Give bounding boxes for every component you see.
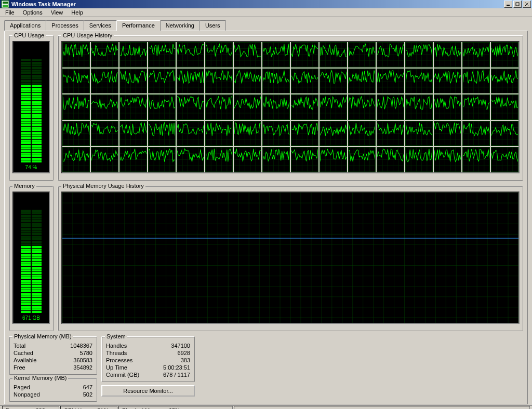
tab-users[interactable]: Users: [200, 20, 226, 31]
cpu-core-chart: [434, 147, 461, 172]
cpu-core-chart: [491, 94, 518, 120]
cpu-core-chart: [291, 147, 318, 172]
cpu-core-chart: [434, 69, 461, 94]
cpu-core-chart: [320, 94, 347, 120]
sys-threads-val: 6928: [178, 350, 190, 356]
cpu-core-chart: [262, 121, 290, 146]
cpu-core-chart: [377, 94, 404, 120]
performance-pane: CPU Usage 74 % CPU Usage History Memory …: [4, 31, 528, 404]
km-paged-val: 647: [83, 384, 92, 390]
memory-history-chart: [61, 192, 520, 324]
cpu-core-chart: [462, 121, 490, 146]
cpu-core-chart: [205, 94, 233, 120]
cpu-core-chart: [405, 121, 433, 146]
close-button[interactable]: [523, 1, 531, 8]
maximize-button[interactable]: [513, 1, 522, 8]
minimize-button[interactable]: [504, 1, 512, 8]
cpu-core-chart: [234, 69, 261, 94]
svg-rect-2: [3, 5, 8, 7]
cpu-core-chart: [119, 94, 147, 120]
cpu-core-chart: [177, 42, 204, 67]
tab-services[interactable]: Services: [84, 20, 117, 31]
cpu-core-chart: [291, 121, 318, 146]
cpu-core-chart: [348, 94, 376, 120]
sys-processes-val: 383: [181, 357, 190, 363]
cpu-core-chart: [148, 69, 176, 94]
cpu-core-chart: [62, 69, 90, 94]
cpu-core-chart: [91, 42, 118, 67]
cpu-core-chart: [462, 94, 490, 120]
cpu-core-chart: [462, 69, 490, 94]
cpu-core-chart: [491, 121, 518, 146]
pm-available-val: 360583: [73, 357, 92, 363]
cpu-core-chart: [234, 147, 261, 172]
status-processes: Processes: 383: [2, 406, 59, 409]
cpu-history-label: CPU Usage History: [61, 32, 114, 38]
cpu-core-chart: [462, 147, 490, 172]
cpu-core-chart: [62, 94, 90, 120]
memory-gauge-value: 671 GB: [22, 315, 40, 321]
menu-view[interactable]: View: [47, 8, 68, 17]
cpu-core-chart: [91, 121, 118, 146]
cpu-core-chart: [177, 69, 204, 94]
memory-history-group: Physical Memory Usage History: [58, 186, 523, 331]
cpu-core-chart: [320, 69, 347, 94]
menu-options[interactable]: Options: [19, 8, 47, 17]
menu-file[interactable]: File: [1, 8, 19, 17]
sys-processes-label: Processes: [106, 357, 132, 363]
memory-history-label: Physical Memory Usage History: [61, 183, 145, 189]
tab-applications[interactable]: Applications: [4, 20, 46, 31]
tab-performance[interactable]: Performance: [116, 20, 161, 31]
tab-networking[interactable]: Networking: [160, 20, 200, 31]
cpu-core-chart: [348, 147, 376, 172]
km-nonpaged-label: Nonpaged: [14, 391, 40, 398]
cpu-core-chart: [177, 147, 204, 172]
system-group: System Handles347100 Threads6928 Process…: [101, 336, 195, 382]
cpu-core-chart: [320, 42, 347, 67]
tab-processes[interactable]: Processes: [46, 20, 84, 31]
physical-memory-group: Physical Memory (MB) Total1048367 Cached…: [9, 336, 97, 375]
cpu-core-chart: [91, 147, 118, 172]
cpu-core-chart: [405, 94, 433, 120]
cpu-core-chart: [291, 42, 318, 67]
cpu-core-chart: [348, 121, 376, 146]
kernel-memory-title: Kernel Memory (MB): [12, 375, 68, 381]
cpu-core-chart: [234, 94, 261, 120]
cpu-usage-group: CPU Usage 74 %: [9, 35, 54, 181]
svg-rect-4: [516, 3, 519, 6]
cpu-core-chart: [491, 69, 518, 94]
cpu-core-chart: [491, 147, 518, 172]
sys-uptime-val: 5:00:23:51: [163, 364, 190, 371]
cpu-core-chart: [234, 121, 261, 146]
cpu-history-group: CPU Usage History: [58, 35, 523, 181]
cpu-core-chart: [320, 121, 347, 146]
km-paged-label: Paged: [14, 384, 30, 390]
system-title: System: [105, 333, 127, 339]
cpu-core-chart: [405, 42, 433, 67]
kernel-memory-group: Kernel Memory (MB) Paged647 Nonpaged502: [9, 378, 97, 402]
cpu-core-chart: [148, 42, 176, 67]
cpu-core-chart: [348, 69, 376, 94]
km-nonpaged-val: 502: [83, 391, 92, 398]
status-memory: Physical Memory: 65%: [118, 406, 233, 409]
cpu-core-chart: [320, 147, 347, 172]
menu-help[interactable]: Help: [67, 8, 87, 17]
cpu-core-chart: [148, 94, 176, 120]
cpu-core-chart: [262, 94, 290, 120]
pm-available-label: Available: [14, 357, 36, 363]
cpu-core-chart: [119, 42, 147, 67]
pm-free-label: Free: [14, 364, 25, 371]
status-cpu: CPU Usage: 51%: [60, 406, 117, 409]
cpu-core-chart: [205, 42, 233, 67]
cpu-history-grid: [61, 41, 520, 173]
cpu-core-chart: [262, 69, 290, 94]
cpu-core-chart: [405, 147, 433, 172]
memory-label: Memory: [12, 183, 36, 189]
resource-monitor-button[interactable]: Resource Monitor...: [101, 385, 195, 397]
memory-group: Memory 671 GB: [9, 186, 54, 331]
cpu-core-chart: [434, 94, 461, 120]
pm-cached-label: Cached: [14, 350, 33, 356]
svg-rect-1: [3, 2, 8, 4]
cpu-core-chart: [62, 42, 90, 67]
pm-total-val: 1048367: [70, 343, 92, 349]
